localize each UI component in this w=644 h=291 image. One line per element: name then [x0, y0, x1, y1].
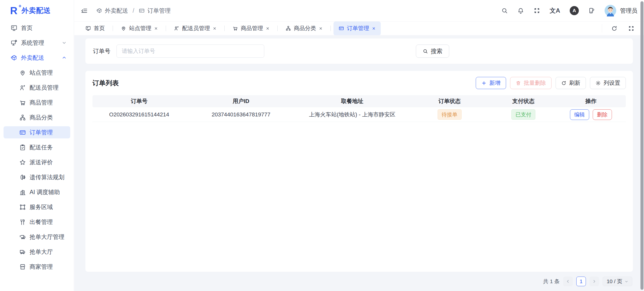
- tab-divider: [166, 26, 166, 31]
- cart-icon: [19, 99, 26, 106]
- status-badge: 已支付: [511, 109, 535, 120]
- sidebar-item-delivery-tasks[interactable]: 配送任务: [4, 141, 70, 153]
- sidebar-item-products[interactable]: 商品管理: [4, 96, 70, 109]
- language-icon[interactable]: 文A: [550, 7, 560, 15]
- font-size-icon[interactable]: A: [570, 6, 579, 15]
- sidebar-item-grab-hall-admin[interactable]: 抢单大厅管理: [4, 231, 70, 243]
- close-icon[interactable]: [372, 27, 376, 30]
- refresh-icon[interactable]: [611, 25, 617, 32]
- breadcrumb: 外卖配送 / 订单管理: [96, 7, 171, 15]
- batch-delete-button[interactable]: 批量删除: [510, 77, 552, 89]
- sidebar-item-ai-dispatch[interactable]: AI 调度辅助: [4, 186, 70, 198]
- sidebar-item-grab-hall[interactable]: 抢单大厅: [4, 246, 70, 258]
- tab-couriers[interactable]: 配送员管理: [169, 22, 222, 35]
- table-row: O202603291615144214 2037440163647819777 …: [92, 107, 626, 122]
- order-no-input[interactable]: [116, 45, 264, 58]
- sidebar-item-categories[interactable]: 商品分类: [4, 111, 70, 123]
- sitemap-icon: [285, 26, 291, 31]
- add-button[interactable]: 新增: [476, 77, 506, 89]
- close-icon[interactable]: [154, 27, 158, 30]
- total-count: 共 1 条: [543, 278, 560, 285]
- column-header-actions: 操作: [556, 97, 626, 105]
- order-card-icon: [19, 129, 26, 136]
- add-button-label: 新增: [489, 79, 500, 87]
- logo-plus: +: [18, 4, 21, 9]
- column-header-order-status: 订单状态: [408, 97, 491, 105]
- order-card-icon: [339, 26, 344, 31]
- tab-divider: [330, 26, 331, 31]
- sidebar-item-label: 抢单大厅: [30, 248, 53, 256]
- breadcrumb-separator: /: [133, 7, 134, 14]
- refresh-button[interactable]: 刷新: [556, 77, 586, 89]
- fullscreen-icon[interactable]: [534, 7, 540, 14]
- table-empty-space: [92, 122, 626, 266]
- sidebar-item-label: 出餐管理: [30, 218, 53, 226]
- sidebar-item-home[interactable]: 首页: [4, 22, 70, 34]
- column-settings-button[interactable]: 列设置: [590, 77, 626, 89]
- scrollbar[interactable]: [640, 1, 643, 290]
- breadcrumb-item-delivery[interactable]: 外卖配送: [96, 7, 128, 15]
- edit-button[interactable]: 编辑: [570, 109, 589, 120]
- tab-orders[interactable]: 订单管理: [333, 22, 381, 35]
- page-content: 订单号 搜索 订单列表: [74, 35, 644, 291]
- cart-icon: [232, 26, 238, 31]
- page-number-button[interactable]: 1: [576, 277, 586, 286]
- sidebar-item-orders[interactable]: 订单管理: [4, 126, 70, 138]
- expand-icon[interactable]: [628, 25, 634, 32]
- page-size-select[interactable]: 10 / 页: [603, 277, 632, 286]
- sidebar-item-service-area[interactable]: 服务区域: [4, 201, 70, 213]
- sidebar-item-delivery[interactable]: 外卖配送: [4, 52, 70, 64]
- clipboard-check-icon: [19, 144, 26, 151]
- prev-page-button[interactable]: [563, 277, 573, 286]
- next-page-button[interactable]: [589, 277, 599, 286]
- sidebar-collapse-icon[interactable]: [81, 7, 88, 14]
- breadcrumb-label: 外卖配送: [105, 7, 128, 15]
- close-icon[interactable]: [213, 27, 217, 30]
- top-header: 外卖配送 / 订单管理: [74, 0, 644, 21]
- close-icon[interactable]: [266, 27, 270, 30]
- sidebar-item-stations[interactable]: 站点管理: [4, 67, 70, 79]
- sidebar-item-label: 商品管理: [30, 99, 53, 107]
- column-header-pay-status: 支付状态: [491, 97, 556, 105]
- tab-products[interactable]: 商品管理: [227, 22, 275, 35]
- user-menu[interactable]: 管理员: [605, 5, 637, 16]
- header-actions: 文A A 管理员: [501, 5, 637, 16]
- sidebar-item-couriers[interactable]: 配送员管理: [4, 81, 70, 94]
- page-title: 订单列表: [92, 79, 119, 88]
- bell-icon[interactable]: [517, 7, 524, 14]
- theme-icon[interactable]: [588, 7, 595, 14]
- avatar: [605, 5, 616, 16]
- app-title: 外卖配送: [21, 6, 51, 15]
- tab-categories[interactable]: 商品分类: [280, 22, 328, 35]
- tab-stations[interactable]: 站点管理: [116, 22, 163, 35]
- delivery-box-icon: [11, 54, 17, 61]
- order-list-panel: 订单列表 新增 批量删除: [85, 71, 633, 272]
- column-header-pickup-address: 取餐地址: [296, 97, 408, 105]
- system-settings-icon: [11, 39, 17, 46]
- breadcrumb-item-orders[interactable]: 订单管理: [139, 7, 171, 15]
- breadcrumb-label: 订单管理: [147, 7, 171, 15]
- tab-label: 配送员管理: [182, 25, 210, 32]
- status-badge: 待接单: [438, 109, 462, 120]
- tabbar-controls: [602, 24, 638, 33]
- pagination: 共 1 条 1 10 / 页: [85, 272, 633, 291]
- close-icon[interactable]: [319, 27, 323, 30]
- username: 管理员: [620, 7, 637, 15]
- tab-home[interactable]: 首页: [80, 22, 110, 35]
- dashboard-icon: [85, 26, 91, 31]
- chevron-down-icon: [62, 40, 67, 45]
- sidebar-item-meal-prep[interactable]: 出餐管理: [4, 216, 70, 228]
- search-button[interactable]: 搜索: [416, 45, 449, 58]
- search-icon[interactable]: [501, 7, 508, 14]
- search-panel: 订单号 搜索: [85, 38, 633, 64]
- sidebar-item-genetic-planning[interactable]: 遗传算法规划: [4, 171, 70, 183]
- sidebar-item-system[interactable]: 系统管理: [4, 37, 70, 49]
- app-logo[interactable]: R+ 外卖配送: [0, 0, 74, 21]
- sidebar-item-reviews[interactable]: 派送评价: [4, 156, 70, 168]
- sidebar-item-merchants[interactable]: 商家管理: [4, 261, 70, 273]
- delete-button[interactable]: 删除: [593, 109, 612, 120]
- sidebar-item-label: 站点管理: [30, 69, 53, 77]
- refresh-button-label: 刷新: [569, 79, 580, 87]
- order-card-icon: [139, 8, 145, 14]
- sidebar-item-label: 服务区域: [30, 203, 53, 211]
